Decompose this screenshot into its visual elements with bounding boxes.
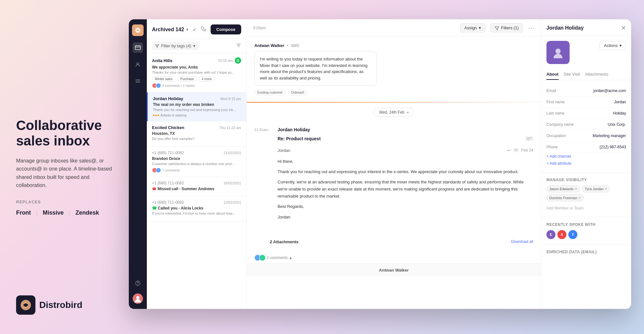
- email-header: 11:41am Jordan Holiday: [254, 127, 533, 132]
- actions-button[interactable]: Actions ▾: [600, 41, 626, 50]
- inbox-item-subject-3: Houston, TX: [152, 131, 241, 136]
- svg-point-6: [137, 284, 138, 285]
- remove-jason-button[interactable]: ×: [575, 187, 577, 191]
- sidebar-menu-icon[interactable]: [133, 76, 143, 86]
- comments-text[interactable]: 2 comments ▲: [267, 255, 293, 260]
- next-message-preview: Antwan Walker: [247, 264, 541, 276]
- conversation-header: 9:08am Assign ▾ Filters (1) ⋯: [247, 19, 541, 37]
- inbox-item-4[interactable]: +1 (680) 711-0082 21/02/2021 Brandon Gro…: [147, 147, 246, 177]
- inbox-item-header-2: Jordan Holiday Wed 8:15 pm: [153, 96, 241, 101]
- missed-call-label: Missed call - Summer Andrews: [157, 187, 214, 191]
- replaces-list: Front | Missive | Zendesk: [16, 209, 119, 216]
- tag-outreach[interactable]: Outreach: [288, 90, 307, 95]
- tag-winter-sales[interactable]: Winter sales: [152, 76, 175, 82]
- email-subject-text: Re: Product request: [278, 136, 321, 141]
- spoke-avatar-1: E: [546, 230, 555, 239]
- sidebar-help-icon[interactable]: [133, 278, 143, 288]
- comment-avatars: [254, 255, 264, 261]
- lastname-field-value: Holiday: [613, 111, 626, 116]
- visibility-tags: Jason Edwards × Tyra Jordan × Dominic Fr…: [546, 185, 626, 201]
- inbox-item-subject-4: Brandon Groce: [152, 156, 241, 161]
- sort-icon: [236, 43, 241, 48]
- filter-icon: [155, 44, 159, 48]
- sidebar-contacts-icon[interactable]: [133, 59, 143, 70]
- detail-field-phone: Phone (212) 987-6543: [546, 142, 626, 153]
- meta-avatars: [152, 83, 160, 88]
- svg-point-4: [137, 63, 139, 65]
- detail-close-button[interactable]: ✕: [621, 24, 626, 32]
- tag-more[interactable]: 4 more: [199, 76, 214, 82]
- remove-tyra-button[interactable]: ×: [605, 187, 607, 191]
- inbox-item-time-6: 12/02/2021: [223, 200, 241, 204]
- tag-existing-customer[interactable]: Existing customer: [254, 90, 286, 95]
- phone-icon[interactable]: [201, 26, 207, 33]
- detail-tab-about[interactable]: About: [546, 69, 559, 80]
- assign-chevron-icon: ▾: [479, 25, 481, 30]
- app-logo-icon: [134, 27, 141, 34]
- manage-visibility-section: Manage Visibility Jason Edwards × Tyra J…: [541, 172, 631, 217]
- inbox-panel: Archived 142 ▾ ✓ Compose Filter by tags …: [147, 19, 247, 309]
- filter-tags-button[interactable]: Filter by tags (4) ▾: [152, 42, 199, 50]
- sort-button[interactable]: [236, 43, 241, 49]
- detail-avatar: [546, 41, 570, 64]
- inbox-item-preview-3: Do you offer free samples?: [152, 137, 241, 141]
- add-attribute-link[interactable]: + Add attribute: [546, 160, 626, 167]
- download-all-button[interactable]: Download all: [511, 239, 533, 244]
- called-icon: ☎: [152, 206, 157, 210]
- sidebar-user-avatar[interactable]: [133, 293, 143, 304]
- detail-panel: Jordan Holiday ✕ Actions ▾ About Site Vi…: [541, 19, 631, 309]
- email-meta-row: Jordan ↩ Feb 24: [254, 145, 533, 155]
- add-member-input[interactable]: Add Member or Team: [546, 205, 626, 212]
- inbox-title-text: Archived 142: [152, 27, 184, 32]
- reply-icon[interactable]: ↩: [507, 148, 511, 153]
- more-options-button[interactable]: ⋯: [528, 24, 535, 32]
- actions-label: Actions: [604, 43, 618, 48]
- replying-text: Antwan is replying: [160, 114, 186, 117]
- inbox-item-active[interactable]: Jordan Holiday Wed 8:15 pm The seal on m…: [147, 92, 246, 121]
- meta-avatar-4-2: [156, 168, 161, 173]
- inbox-item-header-5: +1 (680) 711-0082 16/02/2021: [152, 181, 241, 185]
- email-meta-icons: ↩ Feb 24: [507, 148, 533, 153]
- detail-tab-site-visit[interactable]: Site Visit: [564, 69, 580, 80]
- attachments-section: 2 Attachments Download all: [247, 234, 541, 252]
- inbox-item-tags: Winter sales Purchase 4 more: [152, 76, 241, 82]
- email-body: Hi there, Thank you for reaching out and…: [254, 158, 533, 221]
- filters-label: Filters (1): [501, 25, 519, 30]
- sidebar-logo[interactable]: [132, 24, 144, 36]
- email-subject-actions: [526, 136, 533, 141]
- inbox-item-subject: We appreciate you, Anita: [152, 65, 241, 70]
- spoke-avatar-3: T: [568, 230, 577, 239]
- checkmark-icon[interactable]: ✓: [192, 26, 197, 33]
- email-field-value: jordan@acme.com: [593, 88, 626, 93]
- filters-button[interactable]: Filters (1): [490, 23, 523, 32]
- inbox-item-5[interactable]: +1 (680) 711-0082 16/02/2021 ☎ Missed ca…: [147, 177, 246, 196]
- comment-avatar-2: [259, 255, 266, 261]
- app-window: Archived 142 ▾ ✓ Compose Filter by tags …: [129, 19, 631, 309]
- remove-dominic-button[interactable]: ×: [579, 196, 581, 200]
- date-pill[interactable]: Wed, 24th Feb ▾: [374, 108, 414, 117]
- sms-channel-dot: •: [287, 43, 288, 48]
- inbox-item[interactable]: Anita Hills 10:15 am G We appreciate you…: [147, 53, 246, 92]
- add-channel-link[interactable]: + Add channel: [546, 153, 626, 160]
- inbox-item-preview-4: Customer satisfaction is always a number…: [152, 162, 241, 166]
- assign-button[interactable]: Assign ▾: [460, 23, 485, 32]
- sidebar-inbox-icon[interactable]: [133, 42, 143, 53]
- meta-avatars-4: [152, 168, 160, 173]
- inbox-item-3[interactable]: Excited Chicken Thu 11:22 am Houston, TX…: [147, 121, 246, 147]
- tag-purchase[interactable]: Purchase: [177, 76, 197, 82]
- detail-tab-attachments[interactable]: Attachments: [585, 69, 608, 80]
- detail-field-email: Email jordan@acme.com: [546, 85, 626, 97]
- typing-dot-1: [153, 115, 155, 116]
- typing-dot-2: [155, 115, 157, 116]
- detail-contact-name: Jordan Holiday: [546, 25, 584, 31]
- conv-header-actions: Assign ▾ Filters (1) ⋯: [460, 23, 535, 32]
- occupation-field-label: Occupation: [546, 134, 579, 138]
- meta-comments-4: 7 comments: [162, 169, 180, 172]
- inbox-item-6[interactable]: +1 (680) 711-0082 12/02/2021 ☎ Called yo…: [147, 196, 246, 221]
- expand-icon[interactable]: [514, 148, 519, 152]
- compose-button[interactable]: Compose: [211, 24, 241, 34]
- inbox-item-preview-6: If you're interested, I'd love to hear m…: [152, 211, 241, 215]
- visibility-tag-tyra: Tyra Jordan ×: [582, 185, 610, 192]
- replaces-divider-1: |: [36, 209, 38, 216]
- inbox-title: Archived 142 ▾: [152, 27, 188, 32]
